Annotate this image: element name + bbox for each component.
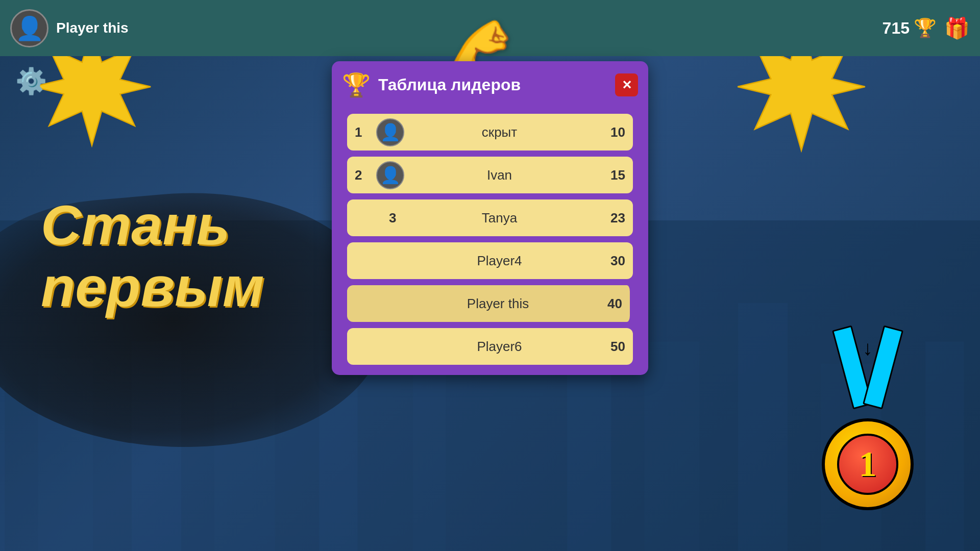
player-score-1: 10 [595, 124, 625, 140]
svg-rect-15 [644, 342, 699, 551]
row-avatar-2: 👤 [376, 161, 404, 189]
avatar-icon-1: 👤 [380, 122, 401, 142]
player-score-6: 50 [595, 339, 625, 355]
modal-header: 🏆 Таблица лидеров ✕ [342, 71, 638, 104]
svg-rect-12 [446, 374, 496, 551]
avatar-icon: 👤 [15, 15, 44, 42]
svg-rect-18 [788, 331, 821, 551]
player-score-4: 30 [595, 253, 625, 269]
medal-decoration: ↓ 1 [817, 327, 919, 510]
row-avatar-1: 👤 [376, 118, 404, 146]
leaderboard-modal: 🏆 Таблица лидеров ✕ 1 👤 скрыт 10 2 👤 Iva… [332, 61, 648, 375]
medal-number: 1 [859, 444, 877, 485]
gift-icon[interactable]: 🎁 [944, 16, 970, 40]
player-name-1: скрыт [410, 124, 589, 140]
svg-rect-1 [0, 386, 5, 551]
leaderboard-list: 1 👤 скрыт 10 2 👤 Ivan 15 3 Tanya 23 Play… [342, 114, 638, 365]
rank-2: 2 [355, 167, 370, 183]
svg-rect-22 [964, 314, 980, 551]
player-score-5: 40 [592, 296, 622, 312]
svg-rect-16 [699, 319, 738, 551]
promo-line1: Стань [41, 194, 264, 256]
svg-rect-21 [925, 342, 964, 551]
player-name-6: Player6 [410, 339, 589, 355]
header-left: 👤 Player this [10, 9, 129, 47]
player-name-2: Ivan [410, 167, 589, 183]
player-score-3: 23 [595, 210, 625, 226]
leaderboard-row: 1 👤 скрыт 10 [347, 114, 633, 151]
modal-trophy-icon: 🏆 [342, 71, 371, 98]
player-name-3: Tanya [410, 210, 589, 226]
modal-title: Таблица лидеров [378, 76, 607, 94]
rank-1: 1 [355, 124, 370, 140]
player-name-4: Player4 [410, 253, 589, 269]
player-avatar: 👤 [10, 9, 48, 47]
player-name-5: Player this [410, 296, 585, 312]
close-icon: ✕ [622, 78, 632, 92]
promo-line2: первым [41, 256, 264, 317]
promo-text-container: Стань первым [41, 194, 264, 317]
leaderboard-row-highlighted: Player this 40 [347, 285, 633, 322]
avatar-icon-2: 👤 [380, 165, 401, 185]
player-score-2: 15 [595, 167, 625, 183]
rank-3: 3 [389, 210, 404, 226]
medal-circle: 1 [822, 418, 914, 510]
leaderboard-row: Player6 50 [347, 328, 633, 365]
modal-close-button[interactable]: ✕ [615, 73, 638, 96]
leaderboard-row: 2 👤 Ivan 15 [347, 157, 633, 193]
svg-rect-17 [738, 303, 788, 551]
header-right: 715 🏆 🎁 [883, 16, 970, 40]
trophy-icon: 🏆 [914, 17, 937, 39]
medal-inner: 1 [837, 434, 898, 495]
header-player-name: Player this [56, 20, 129, 36]
gear-icon: ⚙️ [15, 67, 47, 95]
gear-button[interactable]: ⚙️ [15, 66, 47, 96]
leaderboard-row: Player4 30 [347, 242, 633, 279]
leaderboard-row: 3 Tanya 23 [347, 199, 633, 236]
svg-rect-11 [413, 353, 446, 551]
header-score: 715 [883, 19, 910, 38]
score-display: 715 🏆 [883, 17, 937, 39]
